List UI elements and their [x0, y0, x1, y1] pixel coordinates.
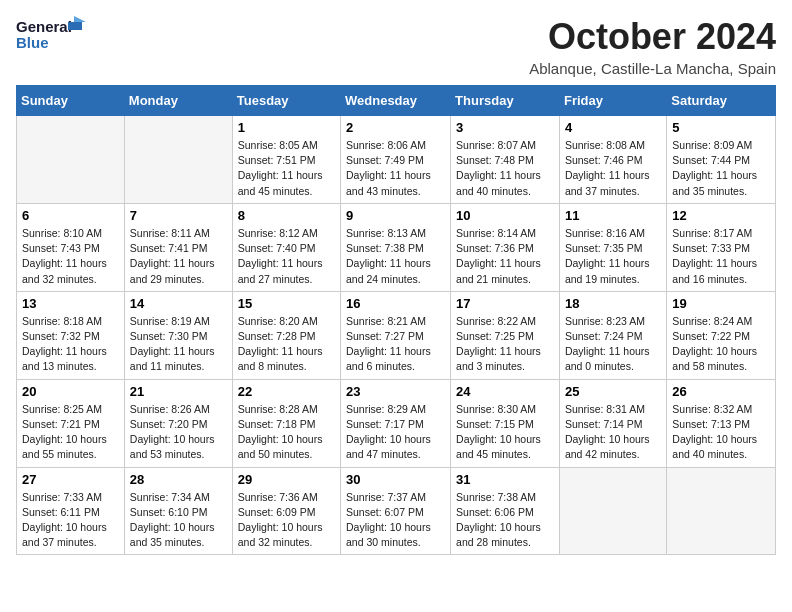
day-info: Sunrise: 7:34 AM Sunset: 6:10 PM Dayligh…: [130, 490, 227, 551]
day-info: Sunrise: 8:07 AM Sunset: 7:48 PM Dayligh…: [456, 138, 554, 199]
calendar-cell: 23Sunrise: 8:29 AM Sunset: 7:17 PM Dayli…: [341, 379, 451, 467]
calendar-table: Sunday Monday Tuesday Wednesday Thursday…: [16, 85, 776, 555]
day-number: 5: [672, 120, 770, 135]
day-number: 1: [238, 120, 335, 135]
calendar-cell: [667, 467, 776, 555]
day-number: 4: [565, 120, 661, 135]
day-number: 3: [456, 120, 554, 135]
day-number: 9: [346, 208, 445, 223]
day-info: Sunrise: 8:18 AM Sunset: 7:32 PM Dayligh…: [22, 314, 119, 375]
calendar-cell: 2Sunrise: 8:06 AM Sunset: 7:49 PM Daylig…: [341, 116, 451, 204]
calendar-week-1: 1Sunrise: 8:05 AM Sunset: 7:51 PM Daylig…: [17, 116, 776, 204]
calendar-cell: 28Sunrise: 7:34 AM Sunset: 6:10 PM Dayli…: [124, 467, 232, 555]
calendar-cell: 11Sunrise: 8:16 AM Sunset: 7:35 PM Dayli…: [559, 203, 666, 291]
day-info: Sunrise: 8:11 AM Sunset: 7:41 PM Dayligh…: [130, 226, 227, 287]
day-info: Sunrise: 8:05 AM Sunset: 7:51 PM Dayligh…: [238, 138, 335, 199]
day-info: Sunrise: 8:12 AM Sunset: 7:40 PM Dayligh…: [238, 226, 335, 287]
day-number: 21: [130, 384, 227, 399]
calendar-cell: 15Sunrise: 8:20 AM Sunset: 7:28 PM Dayli…: [232, 291, 340, 379]
calendar-cell: 8Sunrise: 8:12 AM Sunset: 7:40 PM Daylig…: [232, 203, 340, 291]
calendar-cell: 17Sunrise: 8:22 AM Sunset: 7:25 PM Dayli…: [451, 291, 560, 379]
day-number: 15: [238, 296, 335, 311]
day-number: 31: [456, 472, 554, 487]
day-info: Sunrise: 8:23 AM Sunset: 7:24 PM Dayligh…: [565, 314, 661, 375]
day-info: Sunrise: 8:09 AM Sunset: 7:44 PM Dayligh…: [672, 138, 770, 199]
calendar-cell: 12Sunrise: 8:17 AM Sunset: 7:33 PM Dayli…: [667, 203, 776, 291]
day-info: Sunrise: 7:38 AM Sunset: 6:06 PM Dayligh…: [456, 490, 554, 551]
calendar-cell: 24Sunrise: 8:30 AM Sunset: 7:15 PM Dayli…: [451, 379, 560, 467]
day-number: 7: [130, 208, 227, 223]
day-info: Sunrise: 7:37 AM Sunset: 6:07 PM Dayligh…: [346, 490, 445, 551]
day-number: 28: [130, 472, 227, 487]
calendar-cell: 20Sunrise: 8:25 AM Sunset: 7:21 PM Dayli…: [17, 379, 125, 467]
day-number: 6: [22, 208, 119, 223]
calendar-cell: 16Sunrise: 8:21 AM Sunset: 7:27 PM Dayli…: [341, 291, 451, 379]
calendar-cell: 22Sunrise: 8:28 AM Sunset: 7:18 PM Dayli…: [232, 379, 340, 467]
calendar-week-2: 6Sunrise: 8:10 AM Sunset: 7:43 PM Daylig…: [17, 203, 776, 291]
calendar-cell: 3Sunrise: 8:07 AM Sunset: 7:48 PM Daylig…: [451, 116, 560, 204]
calendar-cell: 31Sunrise: 7:38 AM Sunset: 6:06 PM Dayli…: [451, 467, 560, 555]
day-info: Sunrise: 8:14 AM Sunset: 7:36 PM Dayligh…: [456, 226, 554, 287]
day-number: 26: [672, 384, 770, 399]
day-number: 8: [238, 208, 335, 223]
day-number: 27: [22, 472, 119, 487]
calendar-cell: 9Sunrise: 8:13 AM Sunset: 7:38 PM Daylig…: [341, 203, 451, 291]
calendar-cell: 25Sunrise: 8:31 AM Sunset: 7:14 PM Dayli…: [559, 379, 666, 467]
header-wednesday: Wednesday: [341, 86, 451, 116]
day-number: 30: [346, 472, 445, 487]
logo: General Blue: [16, 16, 96, 56]
calendar-week-5: 27Sunrise: 7:33 AM Sunset: 6:11 PM Dayli…: [17, 467, 776, 555]
day-number: 17: [456, 296, 554, 311]
svg-text:General: General: [16, 18, 72, 35]
calendar-title-area: October 2024 Ablanque, Castille-La Manch…: [529, 16, 776, 77]
day-number: 10: [456, 208, 554, 223]
day-info: Sunrise: 8:32 AM Sunset: 7:13 PM Dayligh…: [672, 402, 770, 463]
header-sunday: Sunday: [17, 86, 125, 116]
day-number: 13: [22, 296, 119, 311]
calendar-cell: [17, 116, 125, 204]
day-info: Sunrise: 8:24 AM Sunset: 7:22 PM Dayligh…: [672, 314, 770, 375]
day-info: Sunrise: 8:19 AM Sunset: 7:30 PM Dayligh…: [130, 314, 227, 375]
header-saturday: Saturday: [667, 86, 776, 116]
day-number: 20: [22, 384, 119, 399]
calendar-title: October 2024: [529, 16, 776, 58]
day-number: 22: [238, 384, 335, 399]
day-number: 19: [672, 296, 770, 311]
calendar-cell: 5Sunrise: 8:09 AM Sunset: 7:44 PM Daylig…: [667, 116, 776, 204]
calendar-cell: [559, 467, 666, 555]
day-number: 23: [346, 384, 445, 399]
calendar-cell: 10Sunrise: 8:14 AM Sunset: 7:36 PM Dayli…: [451, 203, 560, 291]
calendar-cell: 7Sunrise: 8:11 AM Sunset: 7:41 PM Daylig…: [124, 203, 232, 291]
day-number: 25: [565, 384, 661, 399]
calendar-cell: 18Sunrise: 8:23 AM Sunset: 7:24 PM Dayli…: [559, 291, 666, 379]
day-info: Sunrise: 8:29 AM Sunset: 7:17 PM Dayligh…: [346, 402, 445, 463]
calendar-header-row: Sunday Monday Tuesday Wednesday Thursday…: [17, 86, 776, 116]
calendar-cell: 30Sunrise: 7:37 AM Sunset: 6:07 PM Dayli…: [341, 467, 451, 555]
calendar-week-3: 13Sunrise: 8:18 AM Sunset: 7:32 PM Dayli…: [17, 291, 776, 379]
header-friday: Friday: [559, 86, 666, 116]
day-info: Sunrise: 8:21 AM Sunset: 7:27 PM Dayligh…: [346, 314, 445, 375]
day-number: 12: [672, 208, 770, 223]
day-info: Sunrise: 8:20 AM Sunset: 7:28 PM Dayligh…: [238, 314, 335, 375]
calendar-cell: 6Sunrise: 8:10 AM Sunset: 7:43 PM Daylig…: [17, 203, 125, 291]
day-info: Sunrise: 8:13 AM Sunset: 7:38 PM Dayligh…: [346, 226, 445, 287]
calendar-cell: 1Sunrise: 8:05 AM Sunset: 7:51 PM Daylig…: [232, 116, 340, 204]
day-number: 18: [565, 296, 661, 311]
header-thursday: Thursday: [451, 86, 560, 116]
day-info: Sunrise: 8:06 AM Sunset: 7:49 PM Dayligh…: [346, 138, 445, 199]
calendar-cell: 4Sunrise: 8:08 AM Sunset: 7:46 PM Daylig…: [559, 116, 666, 204]
day-info: Sunrise: 8:25 AM Sunset: 7:21 PM Dayligh…: [22, 402, 119, 463]
day-info: Sunrise: 7:33 AM Sunset: 6:11 PM Dayligh…: [22, 490, 119, 551]
day-info: Sunrise: 8:10 AM Sunset: 7:43 PM Dayligh…: [22, 226, 119, 287]
day-number: 11: [565, 208, 661, 223]
svg-text:Blue: Blue: [16, 34, 49, 51]
day-info: Sunrise: 8:31 AM Sunset: 7:14 PM Dayligh…: [565, 402, 661, 463]
day-number: 29: [238, 472, 335, 487]
day-info: Sunrise: 7:36 AM Sunset: 6:09 PM Dayligh…: [238, 490, 335, 551]
calendar-cell: [124, 116, 232, 204]
day-info: Sunrise: 8:28 AM Sunset: 7:18 PM Dayligh…: [238, 402, 335, 463]
calendar-cell: 14Sunrise: 8:19 AM Sunset: 7:30 PM Dayli…: [124, 291, 232, 379]
calendar-cell: 26Sunrise: 8:32 AM Sunset: 7:13 PM Dayli…: [667, 379, 776, 467]
calendar-cell: 29Sunrise: 7:36 AM Sunset: 6:09 PM Dayli…: [232, 467, 340, 555]
logo-text: General Blue: [16, 16, 96, 56]
